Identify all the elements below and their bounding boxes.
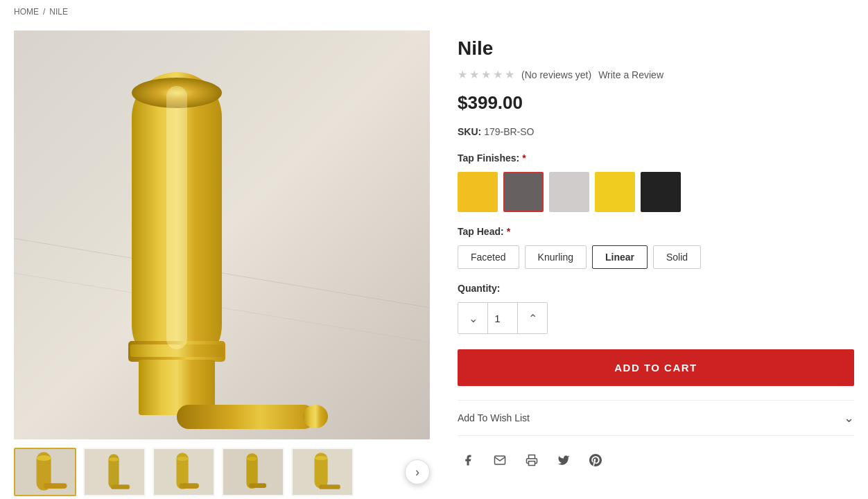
chevron-up-icon: ⌃ (528, 312, 537, 325)
tap-head-solid[interactable]: Solid (653, 245, 701, 269)
svg-point-21 (176, 457, 188, 461)
finish-swatch-darkgray[interactable] (503, 172, 544, 212)
social-share-row (458, 450, 854, 471)
thumbnail-1[interactable] (14, 448, 76, 496)
tap-head-section: Tap Head: * Faceted Knurling Linear Soli… (458, 226, 854, 269)
quantity-increase-button[interactable]: ⌃ (518, 303, 547, 333)
facebook-icon (462, 454, 474, 466)
svg-point-25 (246, 457, 257, 461)
svg-point-9 (303, 405, 328, 428)
product-images: › (14, 30, 430, 496)
wish-list-chevron-icon[interactable]: ⌄ (844, 410, 854, 426)
breadcrumb-current: NILE (49, 7, 68, 17)
product-page: › Nile ★ ★ ★ ★ ★ (No reviews yet) Write … (0, 24, 868, 499)
svg-point-29 (315, 456, 328, 460)
thumbnail-4[interactable] (222, 448, 284, 496)
email-icon (494, 454, 506, 466)
quantity-decrease-button[interactable]: ⌄ (458, 303, 487, 333)
thumb-svg-5 (293, 448, 352, 496)
svg-rect-8 (177, 405, 315, 429)
tap-finishes-section: Tap Finishes: * (458, 152, 854, 212)
share-facebook-button[interactable] (458, 450, 478, 471)
main-product-image (14, 30, 430, 439)
star-2: ★ (469, 68, 479, 81)
thumbnails-row: › (14, 448, 430, 496)
sku-value-text: 179-BR-SO (484, 126, 534, 137)
svg-rect-22 (179, 483, 199, 489)
wish-list-label[interactable]: Add To Wish List (458, 412, 530, 423)
star-1: ★ (458, 68, 467, 81)
svg-rect-10 (166, 86, 187, 349)
thumbnail-next-button[interactable]: › (405, 459, 430, 484)
svg-rect-30 (319, 484, 340, 489)
breadcrumb: HOME / NILE (0, 0, 868, 24)
add-to-cart-button[interactable]: ADD TO CART (458, 349, 854, 386)
tap-finishes-label: Tap Finishes: * (458, 152, 854, 164)
twitter-icon (557, 454, 570, 466)
print-icon (526, 454, 538, 466)
finish-swatches-group (458, 172, 854, 212)
finish-swatch-black[interactable] (641, 172, 681, 212)
tap-head-label: Tap Head: * (458, 226, 854, 237)
thumbnail-list (14, 448, 398, 496)
wish-list-row[interactable]: Add To Wish List ⌄ (458, 400, 854, 436)
svg-point-17 (108, 457, 119, 462)
quantity-control: ⌄ 1 ⌃ (458, 302, 548, 334)
pinterest-icon (589, 454, 602, 466)
thumb-svg-2 (85, 448, 144, 496)
product-info-panel: Nile ★ ★ ★ ★ ★ (No reviews yet) Write a … (458, 30, 854, 496)
chevron-down-icon: ⌄ (469, 312, 478, 325)
thumbnail-2[interactable] (83, 448, 146, 496)
share-twitter-button[interactable] (553, 450, 574, 471)
thumb-svg-4 (223, 448, 283, 496)
review-count: (No reviews yet) (521, 69, 591, 80)
finish-swatch-lightgray[interactable] (549, 172, 589, 212)
star-4: ★ (493, 68, 503, 81)
chevron-right-icon: › (415, 465, 419, 480)
thumbnail-3[interactable] (153, 448, 215, 496)
star-3: ★ (481, 68, 491, 81)
write-review-link[interactable]: Write a Review (598, 69, 663, 80)
tap-head-faceted[interactable]: Faceted (458, 245, 519, 269)
svg-rect-31 (529, 462, 535, 466)
share-print-button[interactable] (521, 450, 542, 471)
svg-rect-26 (249, 483, 266, 488)
finish-swatch-gold[interactable] (458, 172, 498, 212)
quantity-input[interactable]: 1 (487, 303, 518, 333)
thumb-svg-3 (154, 448, 214, 496)
tap-head-knurling[interactable]: Knurling (525, 245, 587, 269)
svg-point-13 (37, 455, 51, 461)
tap-head-linear[interactable]: Linear (592, 245, 648, 269)
svg-rect-18 (111, 484, 130, 489)
svg-rect-14 (44, 483, 67, 489)
tap-head-label-text: Tap Head: (458, 226, 504, 237)
star-rating: ★ ★ ★ ★ ★ (458, 68, 514, 81)
thumb-svg-1 (15, 448, 75, 496)
breadcrumb-separator: / (43, 7, 45, 17)
product-price: $399.00 (458, 92, 854, 114)
finish-swatch-yellow[interactable] (595, 172, 635, 212)
quantity-label: Quantity: (458, 283, 854, 294)
quantity-section: Quantity: ⌄ 1 ⌃ (458, 283, 854, 334)
tap-head-required: * (507, 226, 510, 237)
product-title: Nile (458, 37, 854, 60)
share-email-button[interactable] (489, 450, 510, 471)
rating-row: ★ ★ ★ ★ ★ (No reviews yet) Write a Revie… (458, 68, 854, 81)
product-svg (14, 30, 430, 439)
sku-label: SKU: (458, 126, 481, 137)
breadcrumb-home[interactable]: HOME (14, 7, 39, 17)
tap-head-options-group: Faceted Knurling Linear Solid (458, 245, 854, 269)
star-5: ★ (505, 68, 514, 81)
product-sku: SKU: 179-BR-SO (458, 126, 854, 137)
share-pinterest-button[interactable] (585, 450, 606, 471)
tap-finishes-required: * (522, 152, 526, 164)
thumbnail-5[interactable] (291, 448, 354, 496)
tap-finishes-label-text: Tap Finishes: (458, 152, 519, 164)
